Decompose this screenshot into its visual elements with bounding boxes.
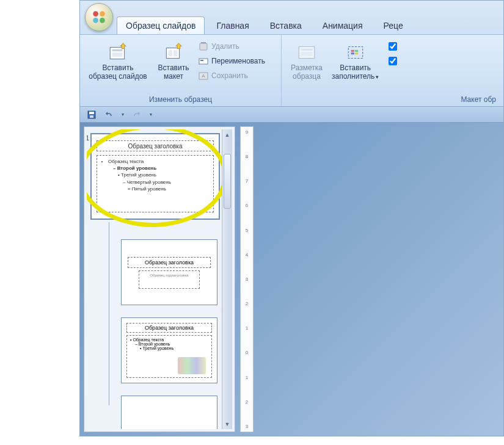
svg-point-0 [93, 11, 98, 16]
delete-icon [199, 42, 208, 51]
tree-connector [109, 222, 109, 405]
svg-marker-29 [106, 112, 108, 115]
svg-rect-9 [169, 50, 172, 57]
list-item: Третий уровень [142, 346, 173, 350]
ruler-tick: 9 [246, 129, 248, 135]
office-logo-icon [91, 9, 107, 25]
insert-layout-label: Вставить макет [158, 64, 189, 81]
quick-access-toolbar: ▾ ▾ [80, 107, 503, 123]
ruler-tick: 3 [246, 424, 248, 429]
ruler-tick: 2 [246, 301, 248, 306]
panel-scrollbar[interactable]: ▲ ▼ [222, 129, 232, 429]
chevron-down-icon: ▾ [376, 74, 379, 80]
chevron-down-icon: ▾ [122, 112, 124, 117]
rename-button[interactable]: Переименовать [195, 54, 269, 68]
svg-marker-30 [138, 112, 140, 115]
layout-thumbnail[interactable]: Образец заголовка • Образец текста – Вто… [121, 317, 217, 383]
scroll-thumb[interactable] [224, 154, 231, 209]
ribbon: Вставить образец слайдов Вставить макет [80, 35, 503, 107]
svg-point-2 [93, 18, 98, 23]
chevron-down-icon: ▾ [150, 112, 152, 117]
redo-icon [133, 110, 141, 119]
slide-thumbnails-panel: 1 Образец заголовка Образец текста – Вто… [84, 126, 235, 432]
master-index: 1 [87, 134, 89, 142]
master-body-placeholder: Образец текста – Второй уровень • Третий… [97, 155, 214, 212]
delete-button[interactable]: Удалить [195, 40, 269, 53]
ruler-tick: 4 [246, 252, 248, 258]
qat-undo-dropdown[interactable]: ▾ [119, 109, 126, 121]
save-icon: A [199, 71, 208, 81]
layout-thumbnail[interactable] [121, 396, 217, 429]
delete-label: Удалить [211, 42, 239, 51]
svg-rect-12 [200, 43, 207, 50]
svg-rect-23 [355, 50, 358, 52]
group-edit-title: Изменить образец [84, 94, 277, 105]
slide-master-thumbnail[interactable]: Образец заголовка Образец текста – Второ… [90, 133, 220, 220]
scroll-up-icon[interactable]: ▲ [222, 129, 232, 140]
save-master-label: Сохранить [211, 71, 248, 80]
edit-small-buttons: Удалить Переименовать A Сохранить [195, 37, 269, 82]
insert-slide-master-icon [108, 42, 128, 63]
app-window: Образец слайдов Главная Вставка Анимация… [79, 0, 504, 436]
save-master-button[interactable]: A Сохранить [195, 69, 269, 82]
insert-layout-button[interactable]: Вставить макет [152, 37, 195, 81]
tab-slide-master[interactable]: Образец слайдов [117, 16, 205, 34]
ruler-tick: 8 [246, 154, 248, 159]
tab-animation[interactable]: Анимация [313, 16, 372, 34]
insert-placeholder-button[interactable]: Вставить заполнитель▾ [328, 37, 382, 81]
qat-undo-button[interactable] [102, 109, 115, 121]
ribbon-tabs: Образец слайдов Главная Вставка Анимация… [117, 16, 412, 34]
qat-customize-dropdown[interactable]: ▾ [147, 109, 155, 121]
qat-redo-button[interactable] [130, 109, 144, 121]
layout-thumbnail[interactable]: Образец заголовка Образец подзаголовка [121, 239, 217, 305]
master-layout-icon [296, 42, 317, 63]
insert-placeholder-label: Вставить заполнитель▾ [332, 64, 379, 81]
insert-slide-master-label: Вставить образец слайдов [89, 64, 147, 81]
list-item: Образец текста [108, 158, 210, 165]
layout-checkboxes [382, 37, 400, 65]
group-edit-master: Вставить образец слайдов Вставить макет [80, 35, 282, 106]
svg-text:A: A [202, 73, 205, 79]
master-title-placeholder: Образец заголовка [97, 140, 214, 151]
checkbox-1[interactable] [389, 42, 397, 51]
ruler-tick: 2 [246, 399, 248, 405]
work-area: 1 Образец заголовка Образец текста – Вто… [80, 123, 503, 436]
qat-save-button[interactable] [85, 109, 98, 121]
tab-home[interactable]: Главная [207, 16, 258, 34]
master-layout-label: Разметка образца [291, 64, 323, 81]
scroll-down-icon[interactable]: ▼ [222, 419, 232, 429]
tab-review[interactable]: Реце [374, 16, 412, 34]
svg-rect-10 [173, 50, 177, 57]
svg-rect-6 [112, 52, 122, 57]
svg-rect-14 [199, 59, 208, 64]
list-item: Второй уровень [139, 342, 170, 346]
insert-placeholder-icon [345, 42, 366, 63]
office-button[interactable] [85, 3, 113, 31]
checkbox-2[interactable] [389, 57, 397, 65]
rename-label: Переименовать [211, 57, 265, 65]
layout-subtitle-placeholder: Образец подзаголовка [139, 270, 200, 289]
list-item: Четвертый уровень [127, 179, 171, 185]
group-master-layout: Разметка образца Вставить заполнитель▾ [282, 35, 503, 106]
svg-rect-15 [200, 60, 203, 61]
insert-layout-icon [163, 42, 184, 63]
content-icon [178, 357, 206, 374]
ruler-tick: 6 [246, 203, 248, 208]
insert-slide-master-button[interactable]: Вставить образец слайдов [84, 37, 152, 81]
svg-rect-27 [89, 112, 94, 114]
rename-icon [199, 56, 208, 66]
ruler-tick: 5 [246, 228, 248, 233]
titlebar: Образец слайдов Главная Вставка Анимация… [80, 1, 503, 35]
list-item: Образец текста [133, 338, 164, 342]
vertical-ruler: 9876543210123 [240, 126, 254, 432]
save-disk-icon [87, 110, 96, 119]
svg-point-3 [100, 18, 105, 23]
layout-title-placeholder: Образец заголовка [126, 323, 212, 333]
master-layout-button[interactable]: Разметка образца [285, 37, 328, 81]
ruler-tick: 7 [246, 178, 248, 184]
undo-icon [104, 110, 113, 119]
svg-point-1 [100, 11, 105, 16]
tab-insert[interactable]: Вставка [261, 16, 311, 34]
layout-title-placeholder: Образец заголовка [128, 257, 211, 268]
list-item: Второй уровень [117, 165, 156, 171]
